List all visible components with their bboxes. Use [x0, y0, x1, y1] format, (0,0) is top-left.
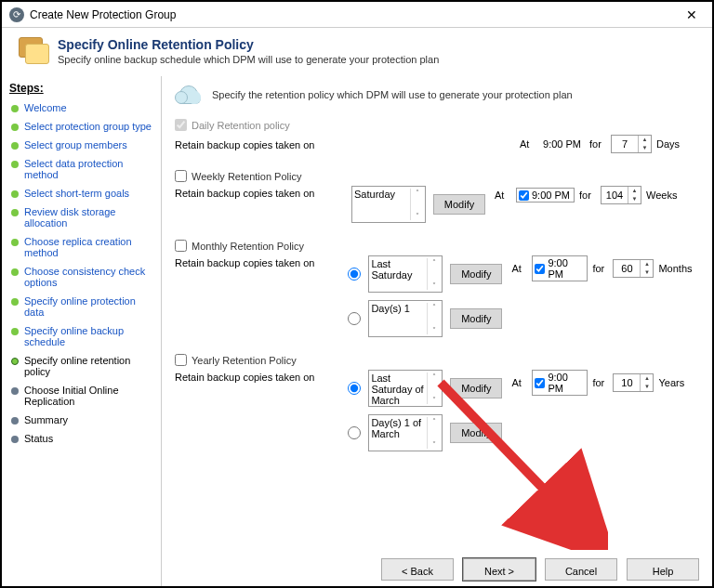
- step-10[interactable]: Specify online retention policy: [9, 351, 157, 381]
- step-label: Specify online backup schedule: [24, 325, 155, 347]
- step-6[interactable]: Choose replica creation method: [9, 232, 157, 262]
- daily-value[interactable]: [612, 138, 638, 150]
- weekly-time-check[interactable]: [519, 190, 529, 201]
- window-title: Create New Protection Group: [30, 8, 679, 21]
- monthly-modify-2[interactable]: Modify: [450, 308, 502, 329]
- step-dot-icon: [11, 387, 19, 395]
- daily-spinner[interactable]: ▲▼: [611, 135, 652, 153]
- steps-sidebar: Steps: WelcomeSelect protection group ty…: [2, 76, 162, 588]
- monthly-time[interactable]: 9:00 PM: [532, 255, 588, 281]
- step-label: Specify online protection data: [24, 295, 155, 318]
- step-dot-icon: [11, 190, 19, 198]
- step-4[interactable]: Select short-term goals: [9, 184, 157, 203]
- step-0[interactable]: Welcome: [9, 98, 157, 117]
- daily-time: 9:00 PM: [541, 137, 585, 150]
- yearly-spinner[interactable]: ▲▼: [613, 373, 654, 392]
- step-dot-icon: [11, 142, 19, 150]
- monthly-radio-1[interactable]: [348, 268, 361, 281]
- yearly-radio-1[interactable]: [348, 382, 361, 395]
- step-5[interactable]: Review disk storage allocation: [9, 203, 157, 232]
- yearly-modify-1[interactable]: Modify: [450, 378, 502, 399]
- monthly-modify-1[interactable]: Modify: [450, 264, 502, 284]
- weekly-label: Weekly Retention Policy: [192, 171, 301, 182]
- monthly-checkbox[interactable]: [175, 240, 187, 252]
- help-button[interactable]: Help: [627, 558, 699, 581]
- yearly-retain-label: Retain backup copies taken on: [175, 370, 348, 383]
- step-13[interactable]: Status: [9, 429, 157, 448]
- weekly-checkbox[interactable]: [175, 170, 187, 182]
- step-label: Choose consistency check options: [24, 266, 155, 288]
- step-7[interactable]: Choose consistency check options: [9, 262, 157, 292]
- chevron-down-icon[interactable]: ˅: [416, 212, 419, 220]
- page-header: Specify Online Retention Policy Specify …: [2, 28, 712, 76]
- weekly-spinner[interactable]: ▲▼: [601, 186, 641, 204]
- yearly-opt2-list[interactable]: Day(s) 1 of March˄˅: [368, 414, 443, 451]
- step-dot-icon: [11, 436, 19, 443]
- step-label: Status: [24, 433, 53, 444]
- yearly-checkbox[interactable]: [175, 354, 187, 366]
- step-dot-icon: [11, 161, 19, 168]
- daily-retain-label: Retain backup copies taken on: [175, 137, 351, 150]
- daily-label: Daily Retention policy: [192, 120, 290, 131]
- step-1[interactable]: Select protection group type: [9, 117, 157, 136]
- weekly-modify-button[interactable]: Modify: [433, 194, 485, 215]
- step-label: Welcome: [24, 102, 67, 113]
- step-dot-icon: [11, 328, 19, 335]
- step-2[interactable]: Select group members: [9, 136, 157, 154]
- weekly-retain-label: Retain backup copies taken on: [175, 186, 351, 199]
- step-12[interactable]: Summary: [9, 411, 157, 429]
- cloud-icon: [175, 85, 203, 104]
- monthly-policy: Monthly Retention Policy Retain backup c…: [175, 240, 699, 337]
- content-pane: Specify the retention policy which DPM w…: [162, 76, 712, 588]
- step-label: Review disk storage allocation: [24, 206, 155, 229]
- step-9[interactable]: Specify online backup schedule: [9, 321, 157, 351]
- step-8[interactable]: Specify online protection data: [9, 292, 157, 321]
- weekly-value[interactable]: [602, 189, 628, 201]
- daily-checkbox: [175, 119, 187, 131]
- weekly-policy: Weekly Retention Policy Retain backup co…: [175, 170, 699, 223]
- yearly-opt1-list[interactable]: Last Saturday of March˄˅: [368, 370, 443, 407]
- intro-text: Specify the retention policy which DPM w…: [212, 89, 573, 100]
- cancel-button[interactable]: Cancel: [545, 558, 617, 581]
- step-label: Select short-term goals: [24, 188, 129, 199]
- wizard-footer: < Back Next > Cancel Help: [381, 558, 699, 581]
- monthly-opt1-list[interactable]: Last Saturday˄˅: [368, 255, 443, 293]
- step-label: Specify online retention policy: [24, 355, 155, 377]
- step-label: Select data protection method: [24, 158, 155, 180]
- step-3[interactable]: Select data protection method: [9, 154, 157, 184]
- page-subtitle: Specify online backup schedule which DPM…: [58, 54, 439, 65]
- yearly-label: Yearly Retention Policy: [192, 355, 297, 366]
- step-label: Choose replica creation method: [24, 236, 155, 258]
- weekly-time[interactable]: 9:00 PM: [516, 188, 575, 203]
- folder-icon: [19, 37, 48, 67]
- yearly-radio-2[interactable]: [348, 426, 361, 439]
- step-label: Select group members: [24, 139, 127, 150]
- page-title: Specify Online Retention Policy: [58, 37, 439, 52]
- close-icon[interactable]: ✕: [679, 7, 705, 22]
- spin-down-icon[interactable]: ▼: [639, 144, 651, 152]
- step-dot-icon: [11, 417, 19, 425]
- monthly-radio-2[interactable]: [348, 312, 361, 325]
- steps-heading: Steps:: [9, 82, 157, 95]
- monthly-spinner[interactable]: ▲▼: [613, 259, 654, 278]
- step-dot-icon: [11, 124, 19, 131]
- for-label: for: [589, 138, 606, 150]
- back-button[interactable]: < Back: [381, 558, 454, 581]
- title-bar: ⟳ Create New Protection Group ✕: [2, 2, 712, 28]
- step-label: Summary: [24, 414, 68, 425]
- step-label: Choose Initial Online Replication: [24, 385, 155, 407]
- monthly-opt2-list[interactable]: Day(s) 1˄˅: [368, 300, 443, 337]
- at-label: At: [520, 138, 536, 150]
- app-icon: ⟳: [9, 7, 24, 22]
- next-button[interactable]: Next >: [463, 558, 536, 581]
- spin-up-icon[interactable]: ▲: [639, 136, 651, 144]
- daily-unit: Days: [656, 138, 699, 150]
- weekly-schedule-list[interactable]: Saturday˄˅: [351, 186, 426, 223]
- yearly-modify-2[interactable]: Modify: [450, 423, 502, 443]
- step-11[interactable]: Choose Initial Online Replication: [9, 381, 157, 411]
- yearly-time[interactable]: 9:00 PM: [532, 370, 588, 396]
- step-dot-icon: [11, 298, 19, 306]
- yearly-policy: Yearly Retention Policy Retain backup co…: [175, 354, 699, 451]
- step-label: Select protection group type: [24, 121, 152, 132]
- chevron-up-icon[interactable]: ˄: [416, 189, 419, 197]
